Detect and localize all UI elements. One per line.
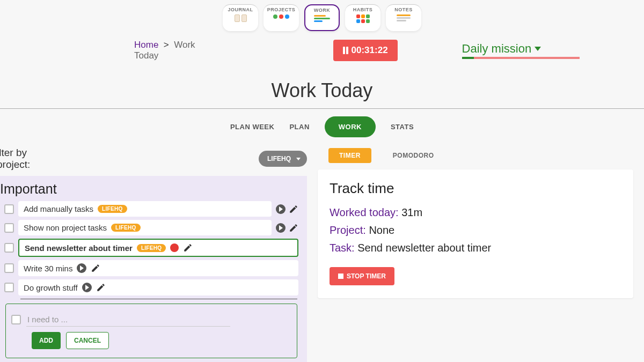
task-body[interactable]: Send newsletter about timerLIFEHQ	[18, 239, 298, 257]
recording-icon	[170, 243, 179, 252]
new-task-checkbox[interactable]	[11, 315, 21, 324]
page-title: Work Today	[0, 67, 644, 108]
section-title: Important	[0, 179, 303, 201]
worked-label: Worked today:	[330, 206, 399, 218]
nav-label: PROJECTS	[267, 7, 296, 12]
chevron-down-icon	[535, 47, 541, 51]
projects-icon	[273, 14, 289, 19]
header-row: Home > Work Today 00:31:22 Daily mission	[0, 34, 644, 67]
task-label: Task:	[330, 242, 355, 254]
task-checkbox[interactable]	[4, 243, 14, 253]
filter-label: ilter by project:	[0, 147, 59, 171]
work-icon	[314, 15, 330, 22]
breadcrumb-home[interactable]: Home	[134, 40, 158, 50]
nav-label: JOURNAL	[228, 7, 253, 12]
tab-work[interactable]: WORK	[325, 116, 376, 137]
task-body[interactable]: Do growth stuff	[18, 279, 298, 295]
play-icon[interactable]	[276, 204, 286, 214]
daily-mission-dropdown[interactable]: Daily mission	[462, 42, 580, 59]
task-body[interactable]: Write 30 mins	[18, 260, 298, 276]
task-list: Add manually tasksLIFEHQShow non project…	[0, 201, 303, 295]
new-task-input[interactable]	[26, 313, 230, 327]
filter-chip[interactable]: LIFEHQ	[259, 151, 307, 167]
breadcrumb-sep: >	[164, 40, 169, 50]
daily-mission-label: Daily mission	[462, 42, 532, 56]
project-value: None	[369, 224, 394, 236]
nav-journal[interactable]: JOURNAL	[223, 4, 258, 31]
timer-button[interactable]: 00:31:22	[333, 40, 398, 61]
nav-habits[interactable]: HABITS	[345, 4, 380, 31]
nav-projects[interactable]: PROJECTS	[264, 4, 299, 31]
task-row: Show non project tasksLIFEHQ	[4, 220, 298, 235]
task-title: Do growth stuff	[24, 283, 78, 292]
task-divider	[20, 299, 297, 299]
task-icons	[276, 204, 298, 214]
habits-icon	[355, 14, 371, 23]
task-icons	[276, 223, 298, 233]
edit-icon[interactable]	[183, 243, 193, 253]
track-card: Track time Worked today: 31m Project: No…	[318, 169, 633, 298]
track-title: Track time	[330, 180, 621, 197]
task-body[interactable]: Add manually tasksLIFEHQ	[18, 201, 272, 217]
cancel-button[interactable]: CANCEL	[66, 332, 109, 349]
task-title: Write 30 mins	[24, 264, 72, 273]
filter-row: ilter by project: LIFEHQ	[0, 145, 307, 176]
task-checkbox[interactable]	[4, 283, 14, 292]
tab-stats[interactable]: STATS	[391, 123, 414, 131]
edit-icon[interactable]	[96, 283, 106, 292]
play-icon[interactable]	[276, 223, 286, 233]
task-value: Send newsletter about timer	[357, 242, 491, 254]
stop-icon	[338, 274, 343, 279]
play-icon[interactable]	[82, 283, 92, 292]
task-title: Add manually tasks	[24, 204, 93, 213]
task-checkbox[interactable]	[4, 204, 14, 214]
tab-plan-week[interactable]: PLAN WEEK	[230, 123, 275, 131]
edit-icon[interactable]	[91, 263, 100, 273]
play-icon[interactable]	[77, 263, 86, 273]
mode-tab-timer[interactable]: TIMER	[328, 148, 371, 163]
task-title: Send newsletter about timer	[25, 243, 133, 253]
task-checkbox[interactable]	[4, 263, 14, 273]
add-button[interactable]: ADD	[32, 332, 61, 349]
task-row: Write 30 mins	[4, 260, 298, 276]
project-label: Project:	[330, 224, 366, 236]
task-tag: LIFEHQ	[98, 205, 127, 213]
mode-tabs: TIMER POMODORO	[318, 145, 633, 169]
task-tag: LIFEHQ	[137, 244, 166, 252]
stop-timer-button[interactable]: STOP TIMER	[330, 267, 394, 285]
notes-icon	[397, 14, 411, 21]
worked-value: 31m	[401, 206, 422, 218]
task-checkbox[interactable]	[4, 223, 14, 233]
stop-label: STOP TIMER	[347, 272, 386, 280]
task-tag: LIFEHQ	[111, 224, 140, 232]
edit-icon[interactable]	[289, 204, 298, 214]
task-row: Send newsletter about timerLIFEHQ	[4, 239, 298, 257]
task-row: Add manually tasksLIFEHQ	[4, 201, 298, 217]
top-nav: JOURNAL PROJECTS WORK HABITS NOTES	[0, 0, 644, 34]
breadcrumb: Home > Work Today	[134, 40, 210, 61]
new-task-form: ADD CANCEL	[5, 304, 297, 358]
tabs: PLAN WEEK PLAN WORK STATS	[0, 109, 644, 145]
important-panel: Important Add manually tasksLIFEHQShow n…	[0, 176, 307, 362]
nav-label: NOTES	[394, 7, 413, 12]
nav-notes[interactable]: NOTES	[386, 4, 421, 31]
nav-work[interactable]: WORK	[304, 4, 340, 31]
task-title: Show non project tasks	[24, 223, 107, 232]
timer-value: 00:31:22	[352, 45, 388, 56]
nav-label: HABITS	[353, 7, 373, 12]
nav-label: WORK	[314, 8, 331, 13]
left-column: ilter by project: LIFEHQ Important Add m…	[0, 145, 307, 362]
journal-icon	[235, 14, 247, 22]
tab-plan[interactable]: PLAN	[289, 123, 309, 131]
right-column: TIMER POMODORO Track time Worked today: …	[318, 145, 644, 362]
task-row: Do growth stuff	[4, 279, 298, 295]
pause-icon	[343, 47, 348, 54]
edit-icon[interactable]	[289, 223, 298, 233]
task-body[interactable]: Show non project tasksLIFEHQ	[18, 220, 272, 235]
mode-tab-pomodoro[interactable]: POMODORO	[382, 148, 445, 163]
